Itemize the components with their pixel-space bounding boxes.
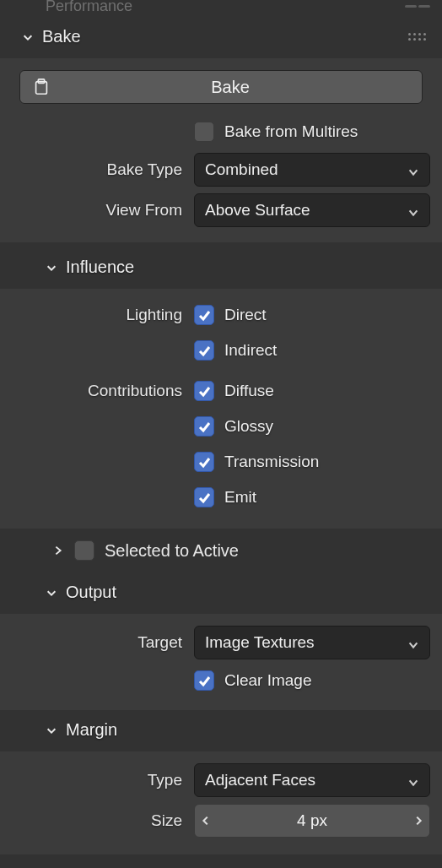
margin-type-value: Adjacent Faces xyxy=(205,771,407,789)
bake-type-dropdown[interactable]: Combined xyxy=(194,153,430,187)
lighting-indirect-label: Indirect xyxy=(224,341,277,360)
lighting-indirect-checkbox[interactable] xyxy=(194,340,214,361)
clear-image-label: Clear Image xyxy=(224,671,312,690)
bake-button-label: Bake xyxy=(51,78,410,97)
presets-icon[interactable] xyxy=(405,1,430,11)
target-value: Image Textures xyxy=(205,633,407,652)
bake-from-multires-checkbox[interactable] xyxy=(194,122,214,142)
clear-image-checkbox[interactable] xyxy=(194,670,214,691)
chevron-right-icon xyxy=(52,545,64,556)
margin-size-value[interactable]: 4 px xyxy=(217,805,407,837)
view-from-dropdown[interactable]: Above Surface xyxy=(194,193,430,227)
contrib-emit-checkbox[interactable] xyxy=(194,487,214,507)
chevron-down-icon xyxy=(407,637,419,648)
margin-type-dropdown[interactable]: Adjacent Faces xyxy=(194,763,430,797)
output-body: Target Image Textures Clear Image xyxy=(0,614,442,710)
lighting-direct-label: Direct xyxy=(224,306,267,324)
selected-to-active-checkbox[interactable] xyxy=(74,540,94,561)
chevron-down-icon xyxy=(46,587,57,599)
margin-size-field[interactable]: 4 px xyxy=(194,804,430,838)
bake-icon xyxy=(32,78,51,96)
section-title-influence: Influence xyxy=(66,258,134,277)
bake-body: Bake Bake from Multires Bake Type Combin… xyxy=(0,58,442,242)
properties-panel: Performance Bake Bake xyxy=(0,0,442,854)
contrib-glossy-label: Glossy xyxy=(224,417,273,436)
chevron-down-icon xyxy=(46,262,57,274)
bake-type-value: Combined xyxy=(205,160,407,179)
chevron-down-icon xyxy=(407,204,419,216)
section-title-margin: Margin xyxy=(66,720,117,740)
margin-body: Type Adjacent Faces Size 4 px xyxy=(0,751,442,854)
section-title-output: Output xyxy=(66,583,116,602)
lighting-direct-checkbox[interactable] xyxy=(194,305,214,325)
contrib-emit-label: Emit xyxy=(224,488,256,507)
bake-from-multires-label: Bake from Multires xyxy=(224,122,358,141)
bake-type-label: Bake Type xyxy=(12,160,194,179)
previous-section-performance[interactable]: Performance xyxy=(0,0,442,12)
chevron-down-icon xyxy=(22,31,34,43)
section-header-influence[interactable]: Influence xyxy=(0,242,442,289)
decrement-button[interactable] xyxy=(195,805,217,837)
target-dropdown[interactable]: Image Textures xyxy=(194,626,430,659)
drag-handle-icon[interactable] xyxy=(408,31,427,43)
contributions-label: Contributions xyxy=(12,382,194,400)
contrib-transmission-checkbox[interactable] xyxy=(194,452,214,472)
chevron-down-icon xyxy=(407,774,419,786)
chevron-down-icon xyxy=(46,724,57,736)
section-header-bake[interactable]: Bake xyxy=(0,12,442,58)
view-from-value: Above Surface xyxy=(205,201,407,220)
contrib-glossy-checkbox[interactable] xyxy=(194,416,214,437)
section-header-output[interactable]: Output xyxy=(0,572,442,614)
prev-section-title: Performance xyxy=(46,0,132,15)
influence-body: Lighting Direct Indirect Contributions D… xyxy=(0,289,442,529)
selected-to-active-label: Selected to Active xyxy=(105,541,239,561)
chevron-down-icon xyxy=(407,164,419,176)
increment-button[interactable] xyxy=(407,805,429,837)
contrib-diffuse-checkbox[interactable] xyxy=(194,381,214,401)
section-title-bake: Bake xyxy=(42,27,81,46)
lighting-label: Lighting xyxy=(12,306,194,324)
view-from-label: View From xyxy=(12,201,194,220)
section-header-margin[interactable]: Margin xyxy=(0,710,442,751)
bake-button[interactable]: Bake xyxy=(19,70,423,104)
contrib-transmission-label: Transmission xyxy=(224,453,319,471)
margin-type-label: Type xyxy=(12,771,194,789)
margin-size-label: Size xyxy=(12,811,194,830)
section-header-selected-to-active[interactable]: Selected to Active xyxy=(0,529,442,572)
target-label: Target xyxy=(12,633,194,652)
contrib-diffuse-label: Diffuse xyxy=(224,382,274,400)
